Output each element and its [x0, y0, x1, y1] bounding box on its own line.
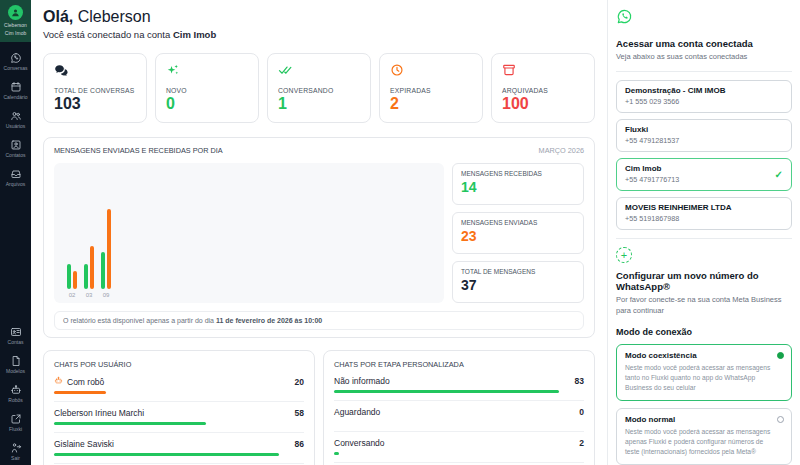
sidebar-item-robôs[interactable]: Robôs	[0, 384, 31, 403]
sidebar-item-usuários[interactable]: Usuários	[0, 110, 31, 129]
whatsapp-icon	[616, 8, 792, 29]
list-item-value: 86	[295, 439, 304, 449]
stats-row: TOTAL DE CONVERSAS103NOVO0CONVERSANDO1EX…	[43, 53, 595, 123]
stat-label: EXPIRADAS	[390, 87, 472, 94]
chart-bar	[84, 264, 88, 289]
chart-bar	[73, 271, 77, 289]
summary-label: MENSAGENS RECEBIDAS	[461, 170, 575, 177]
add-number-icon[interactable]: +	[616, 247, 632, 263]
list-item-text: Com robô	[67, 377, 104, 387]
stat-value: 100	[502, 95, 584, 113]
chart-summary-box: MENSAGENS ENVIADAS23	[452, 212, 584, 254]
connection-mode-option[interactable]: Modo normalNeste modo você poderá acessa…	[616, 408, 792, 465]
sidebar-item-label: Fluxki	[0, 426, 31, 432]
check-icon: ✓	[775, 169, 783, 180]
sidebar-spacer	[0, 187, 31, 316]
connection-modes-list: Modo coexistênciaNeste modo você poderá …	[616, 344, 792, 465]
summary-value: 14	[461, 179, 575, 195]
radio-button[interactable]	[777, 416, 784, 423]
chat-bubbles-icon	[54, 63, 136, 77]
account-phone: +55 4791776713	[625, 175, 783, 184]
list-item: Aguardando0	[334, 401, 584, 432]
document-icon	[0, 355, 31, 367]
list-item: Com robô20	[54, 370, 304, 402]
chats-by-user-list: Com robô20Cleberson Irineu Marchi58Gisla…	[54, 370, 304, 465]
radio-button[interactable]	[777, 352, 784, 359]
chart-summary: MENSAGENS RECEBIDAS14MENSAGENS ENVIADAS2…	[452, 163, 584, 303]
list-item-value: 58	[295, 408, 304, 418]
account-name: Demonstração - CIM IMOB	[625, 86, 783, 95]
sidebar-profile[interactable]: Cleberson Cim Imob	[0, 0, 31, 42]
connection-mode-option[interactable]: Modo coexistênciaNeste modo você poderá …	[616, 344, 792, 401]
account-name: MOVEIS REINHEIMER LTDA	[625, 203, 783, 212]
bar-pair	[84, 246, 94, 289]
subtitle-account: Cim Imob	[173, 29, 216, 40]
chart-title: MENSAGENS ENVIADAS E RECEBIDAS POR DIA	[54, 146, 223, 155]
sidebar-item-conversas[interactable]: Conversas	[0, 52, 31, 71]
bar-pair	[67, 264, 77, 289]
whatsapp-icon	[0, 52, 31, 64]
id-card-icon	[0, 326, 31, 338]
page-title: Olá, Cleberson	[43, 8, 595, 26]
sidebar-item-fluxki[interactable]: Fluxki	[0, 413, 31, 432]
list-item: Cleberson Irineu Marchi58	[54, 402, 304, 433]
sidebar-item-contatos[interactable]: Contatos	[0, 139, 31, 158]
robot-icon	[0, 384, 31, 396]
stat-label: TOTAL DE CONVERSAS	[54, 87, 136, 94]
account-name: Fluxki	[625, 125, 783, 134]
stat-value: 2	[390, 95, 472, 113]
sidebar-nav-top: ConversasCalendárioUsuáriosContatosArqui…	[0, 42, 31, 187]
mode-name: Modo coexistência	[625, 351, 777, 360]
list-item: Conversando2	[334, 432, 584, 463]
list-item-text: Cleberson Irineu Marchi	[54, 408, 144, 418]
connection-mode-title: Modo de conexão	[616, 327, 792, 337]
list-item-bar	[54, 453, 279, 456]
list-item: Não informado83	[334, 370, 584, 401]
sidebar-item-sair[interactable]: Sair	[0, 442, 31, 461]
mode-description: Neste modo você poderá acessar as mensag…	[625, 363, 777, 393]
sidebar-item-label: Contatos	[0, 152, 31, 158]
sidebar-item-modelos[interactable]: Modelos	[0, 355, 31, 374]
account-item[interactable]: MOVEIS REINHEIMER LTDA+55 5191867988	[616, 197, 792, 230]
user-avatar-icon	[8, 5, 23, 20]
robot-icon	[54, 376, 63, 387]
profile-name: Cleberson	[1, 22, 30, 30]
sidebar-item-arquivos[interactable]: Arquivos	[0, 168, 31, 187]
chart-footnote: O relatório está disponível apenas a par…	[54, 311, 584, 330]
bar-x-label: 02	[69, 292, 76, 298]
sidebar-item-label: Robôs	[0, 397, 31, 403]
account-phone: +55 5191867988	[625, 214, 783, 223]
greeting: Olá,	[43, 8, 73, 25]
summary-value: 37	[461, 277, 575, 293]
chart-body: 020309 MENSAGENS RECEBIDAS14MENSAGENS EN…	[54, 163, 584, 303]
sidebar-item-calendário[interactable]: Calendário	[0, 81, 31, 100]
chart-bar	[67, 264, 71, 289]
profile-account: Cim Imob	[1, 30, 30, 38]
connected-accounts-title: Acessar uma conta conectada	[616, 38, 792, 49]
stat-card: ARQUIVADAS100	[491, 53, 595, 123]
chats-by-user-card: CHATS POR USUÁRIO Com robô20Cleberson Ir…	[43, 350, 315, 465]
list-item-top: Com robô20	[54, 376, 304, 387]
stat-card: CONVERSANDO1	[267, 53, 371, 123]
contact-icon	[0, 139, 31, 151]
account-item[interactable]: Demonstração - CIM IMOB+1 555 029 3566	[616, 80, 792, 113]
list-item-top: Cleberson Irineu Marchi58	[54, 408, 304, 418]
stat-label: ARQUIVADAS	[502, 87, 584, 94]
sidebar: Cleberson Cim Imob ConversasCalendárioUs…	[0, 0, 31, 465]
list-item-label: Não informado	[334, 376, 390, 386]
bar-group: 02	[67, 264, 77, 298]
sidebar-item-label: Usuários	[0, 123, 31, 129]
list-item-label: Cleberson Irineu Marchi	[54, 408, 144, 418]
sidebar-item-contas[interactable]: Contas	[0, 326, 31, 345]
summary-label: MENSAGENS ENVIADAS	[461, 219, 575, 226]
account-item[interactable]: Cim Imob+55 4791776713✓	[616, 158, 792, 191]
sidebar-item-label: Contas	[0, 339, 31, 345]
setup-title: Configurar um novo número do WhatsApp®	[616, 270, 792, 292]
chart-bar	[107, 209, 111, 289]
account-item[interactable]: Fluxki+55 4791281537	[616, 119, 792, 152]
messages-chart-card: MENSAGENS ENVIADAS E RECEBIDAS POR DIA M…	[43, 137, 595, 338]
summary-label: TOTAL DE MENSAGENS	[461, 268, 575, 275]
archive-icon	[502, 63, 584, 77]
chart-header: MENSAGENS ENVIADAS E RECEBIDAS POR DIA M…	[54, 146, 584, 155]
divider	[616, 71, 792, 72]
